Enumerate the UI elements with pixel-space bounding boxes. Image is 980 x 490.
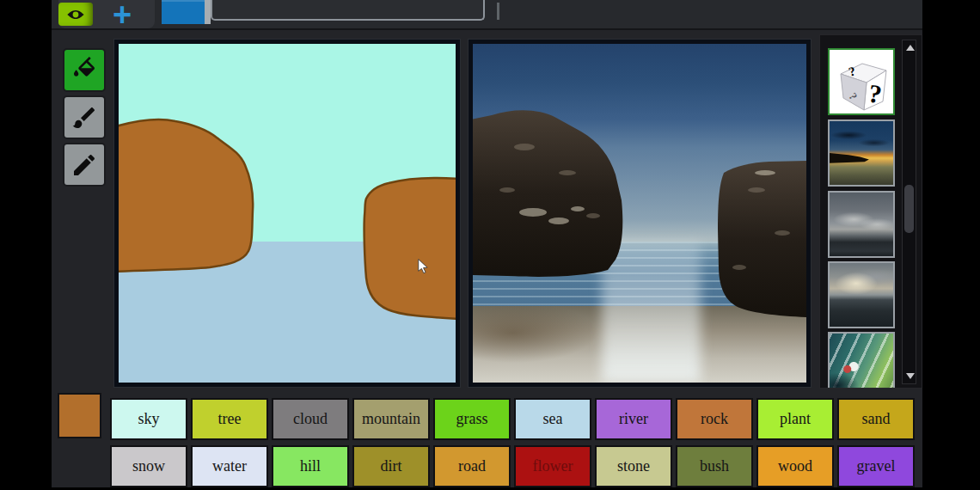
style-thumbnail-sun-through-clouds[interactable]: [828, 261, 895, 328]
pencil-icon: [70, 151, 98, 179]
label-swatch-dirt[interactable]: dirt: [354, 447, 428, 486]
swatch-label: rock: [701, 410, 728, 428]
label-swatch-plant[interactable]: plant: [758, 400, 832, 438]
label-swatch-sky[interactable]: sky: [112, 400, 186, 438]
segmentation-canvas-frame: [114, 40, 460, 387]
generated-canvas-frame: [469, 40, 811, 387]
swatch-label: sand: [862, 410, 891, 428]
label-swatch-stone[interactable]: stone: [597, 447, 671, 486]
scroll-down-icon[interactable]: [906, 373, 915, 379]
label-swatch-hill[interactable]: hill: [273, 447, 347, 486]
tab-edge: [205, 0, 211, 24]
swatch-label: bush: [700, 457, 729, 475]
swatch-label: wood: [778, 457, 812, 475]
style-sidebar: ? ? ?: [819, 34, 922, 389]
style-scrollbar[interactable]: [902, 40, 916, 384]
label-swatch-tree[interactable]: tree: [193, 400, 266, 438]
generated-rocks: [473, 44, 806, 383]
style-thumbnail-sunset-beach[interactable]: [828, 119, 895, 187]
nvidia-eye-icon: [65, 5, 86, 24]
label-swatch-rock[interactable]: rock: [677, 400, 751, 438]
tab-track[interactable]: [211, 0, 485, 21]
style-thumbnail-storm-clouds[interactable]: [828, 191, 895, 258]
app-window: +: [52, 0, 922, 487]
swatch-label: snow: [132, 457, 165, 475]
label-swatch-wood[interactable]: wood: [758, 447, 832, 486]
new-canvas-button[interactable]: +: [100, 0, 144, 28]
label-swatch-river[interactable]: river: [597, 400, 671, 438]
nvidia-logo-button[interactable]: [58, 3, 93, 26]
label-swatch-cloud[interactable]: cloud: [273, 400, 347, 438]
brush-icon: [70, 104, 98, 132]
label-swatch-bush[interactable]: bush: [677, 447, 751, 486]
segment-rock-right: [364, 178, 456, 319]
swatch-label: grass: [456, 410, 488, 428]
label-swatch-road[interactable]: road: [435, 447, 509, 486]
swatch-label: flower: [533, 457, 573, 475]
current-color-swatch: [59, 395, 100, 437]
swatch-label: sea: [543, 410, 563, 428]
swatch-label: water: [212, 457, 247, 475]
swatch-label: mountain: [362, 410, 420, 428]
swatch-label: road: [458, 457, 486, 475]
plus-icon: +: [113, 0, 132, 31]
swatch-label: stone: [617, 457, 650, 475]
pencil-tool-button[interactable]: [64, 144, 104, 185]
style-thumbnail-random-dice[interactable]: ? ? ?: [828, 48, 895, 115]
label-swatch-water[interactable]: water: [193, 447, 266, 486]
scroll-up-icon[interactable]: [906, 45, 915, 51]
label-swatch-sea[interactable]: sea: [516, 400, 590, 438]
swatch-label: sky: [138, 410, 159, 428]
fill-bucket-tool-button[interactable]: [64, 50, 104, 90]
label-swatch-mountain[interactable]: mountain: [354, 400, 428, 438]
active-tab-thumb[interactable]: [162, 0, 205, 24]
swatch-label: plant: [780, 410, 811, 428]
palette-row-2: snowwaterhilldirtroadflowerstonebushwood…: [112, 447, 913, 486]
label-swatch-flower[interactable]: flower: [516, 447, 590, 486]
style-thumbnail-painterly-coast[interactable]: [828, 332, 895, 389]
swatch-label: dirt: [381, 457, 402, 475]
label-swatch-snow[interactable]: snow: [112, 447, 186, 486]
swatch-label: tree: [218, 410, 242, 428]
swatch-label: gravel: [857, 457, 896, 475]
generated-image: [473, 44, 806, 383]
tab-divider: [497, 3, 499, 20]
label-swatch-gravel[interactable]: gravel: [839, 447, 913, 486]
segmentation-canvas[interactable]: [119, 44, 456, 383]
paint-bucket-icon: [70, 57, 98, 84]
label-swatch-grass[interactable]: grass: [435, 400, 509, 438]
swatch-label: cloud: [293, 410, 328, 428]
swatch-label: hill: [300, 457, 321, 475]
brush-tool-button[interactable]: [64, 97, 104, 138]
sunset-land-silhouette: [830, 121, 893, 185]
swatch-label: river: [619, 410, 648, 428]
top-bar: +: [52, 0, 922, 30]
scrollbar-thumb[interactable]: [904, 185, 914, 233]
label-swatch-sand[interactable]: sand: [839, 400, 913, 438]
palette-row-1: skytreecloudmountaingrassseariverrockpla…: [112, 400, 913, 438]
